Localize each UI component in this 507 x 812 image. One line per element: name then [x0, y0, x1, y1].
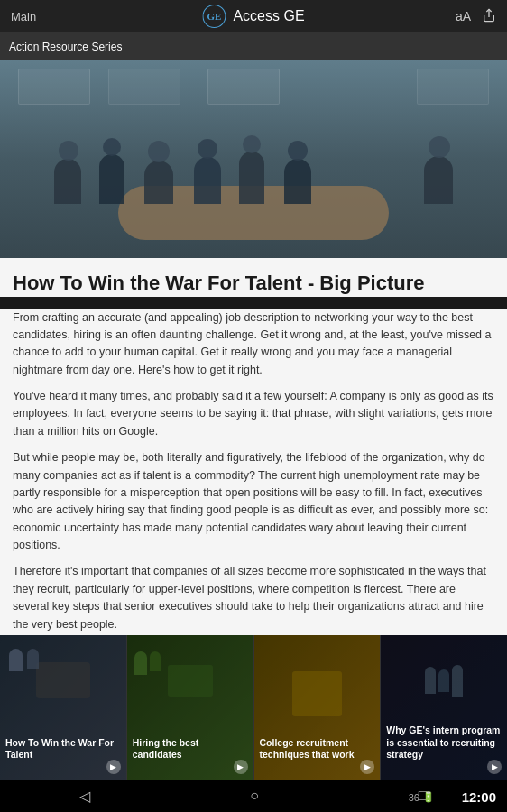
card-2-arrow[interactable]: ▶: [234, 760, 248, 774]
app-title: Access GE: [233, 8, 304, 24]
top-bar: Main GE Access GE aA: [0, 0, 507, 32]
home-button[interactable]: ○: [250, 788, 259, 804]
card-4-title: Why GE's intern program is essential to …: [386, 724, 502, 761]
bottom-cards: How To Win the War For Talent ▶ Hiring t…: [0, 635, 507, 780]
card-3-title: College recruitment techniques that work: [260, 737, 375, 761]
card-2-title: Hiring the best candidates: [133, 737, 248, 761]
article-para2: You've heard it many times, and probably…: [13, 388, 494, 440]
ge-logo: GE: [202, 5, 226, 28]
top-bar-actions: aA: [456, 8, 496, 25]
clock-display: 12:00: [462, 789, 496, 805]
clock-time: 12:00: [462, 789, 496, 805]
main-label[interactable]: Main: [11, 10, 36, 23]
signal-area: 36 🔋: [409, 791, 435, 803]
card-1-arrow[interactable]: ▶: [106, 760, 121, 774]
article-para4: Therefore it's important that companies …: [13, 563, 494, 633]
article-intro: From crafting an accurate (and appealing…: [13, 309, 494, 380]
card-4[interactable]: Why GE's intern program is essential to …: [381, 635, 507, 780]
back-button[interactable]: ◁: [79, 788, 90, 805]
title-area: GE Access GE: [202, 5, 304, 28]
share-icon[interactable]: [482, 8, 496, 25]
signal-strength: 36: [409, 792, 419, 803]
hero-image: [0, 60, 507, 258]
breadcrumb-bar: Action Resource Series: [0, 32, 507, 60]
card-4-arrow[interactable]: ▶: [487, 760, 502, 774]
card-1-title: How To Win the War For Talent: [5, 737, 121, 761]
card-2[interactable]: Hiring the best candidates ▶: [127, 635, 254, 780]
battery-icon: 🔋: [422, 791, 435, 803]
font-size-icon[interactable]: aA: [456, 9, 471, 23]
card-3[interactable]: College recruitment techniques that work…: [254, 635, 382, 780]
svg-text:GE: GE: [207, 11, 222, 22]
breadcrumb: Action Resource Series: [9, 41, 122, 53]
android-nav-bar: ◁ ○ □ 12:00 36 🔋: [0, 780, 507, 812]
card-1[interactable]: How To Win the War For Talent ▶: [0, 635, 127, 780]
article-para3: But while people may be, both literally …: [13, 449, 494, 554]
article-title: How To Win the War For Talent - Big Pict…: [0, 258, 507, 297]
